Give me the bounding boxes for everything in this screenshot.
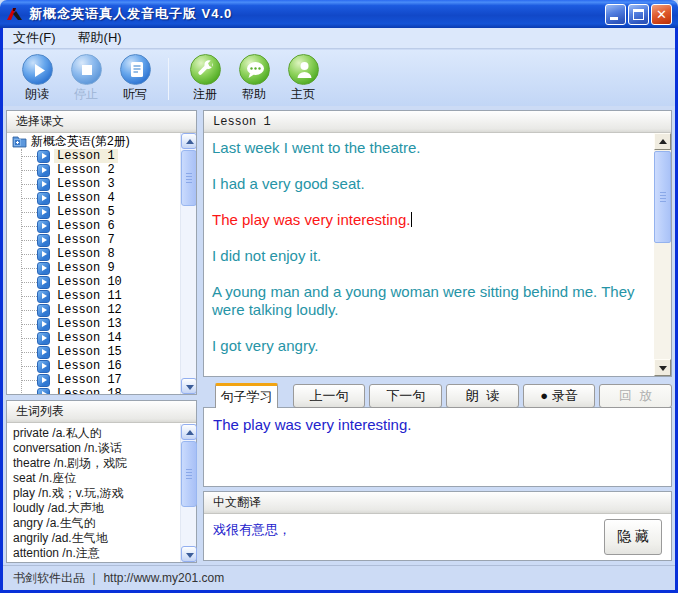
scroll-down-icon[interactable] (181, 546, 197, 562)
tree-lesson-item[interactable]: Lesson 8 (7, 247, 180, 261)
lesson-text-panel: Lesson 1 Last week I went to the theatre… (203, 110, 672, 377)
tree-lesson-item[interactable]: Lesson 18 (7, 387, 180, 394)
vocab-item[interactable]: angrily /ad.生气地 (13, 531, 176, 546)
vocab-item[interactable]: angry /a.生气的 (13, 516, 176, 531)
lesson-textbox[interactable]: Last week I went to the theatre. I had a… (204, 133, 671, 376)
toolbar-register-button[interactable]: 注册 (181, 54, 229, 103)
lesson-play-icon (37, 360, 50, 373)
menu-file[interactable]: 文件(F) (13, 29, 56, 47)
menu-help[interactable]: 帮助(H) (78, 29, 122, 47)
vocab-list: private /a.私人的 conversation /n.谈话 theatr… (7, 423, 196, 562)
tree-lesson-item[interactable]: Lesson 9 (7, 261, 180, 275)
scroll-up-icon[interactable] (181, 424, 197, 440)
lesson-paragraph: Last week I went to the theatre. (212, 139, 646, 157)
record-button[interactable]: ● 录音 (523, 384, 596, 408)
toolbar-separator (168, 58, 169, 100)
app-logo-icon (6, 6, 24, 22)
person-icon (288, 54, 319, 85)
lesson-play-icon (37, 276, 50, 289)
vocab-item[interactable]: play /n.戏；v.玩,游戏 (13, 486, 176, 501)
toolbar-stop-button[interactable]: 停止 (62, 54, 110, 103)
tree-lesson-item[interactable]: Lesson 1 (7, 149, 180, 163)
playback-button[interactable]: 回 放 (599, 384, 672, 408)
lesson-play-icon (37, 150, 50, 163)
vocab-item[interactable]: attention /n.注意 (13, 546, 176, 561)
tree-lesson-item[interactable]: Lesson 17 (7, 373, 180, 387)
tree-lesson-item[interactable]: Lesson 13 (7, 317, 180, 331)
status-bar: 书剑软件出品 ｜ http://www.my201.com (3, 565, 675, 590)
chat-bubble-icon (239, 54, 270, 85)
status-text: 书剑软件出品 ｜ http://www.my201.com (13, 570, 224, 587)
tree-lesson-item[interactable]: Lesson 5 (7, 205, 180, 219)
tree-lesson-item[interactable]: Lesson 11 (7, 289, 180, 303)
prev-sentence-button[interactable]: 上一句 (293, 384, 366, 408)
text-scrollbar-thumb[interactable] (654, 151, 671, 243)
text-scrollbar[interactable] (654, 133, 671, 376)
translation-header: 中文翻译 (204, 492, 671, 514)
scroll-up-icon[interactable] (654, 133, 671, 150)
lesson-play-icon (37, 164, 50, 177)
toolbar-read-button[interactable]: 朗读 (13, 54, 61, 103)
vocab-scrollbar-thumb[interactable] (181, 441, 197, 507)
current-sentence-panel: The play was very interesting. (203, 407, 672, 487)
close-button[interactable]: ✕ (651, 4, 672, 25)
lesson-play-icon (37, 234, 50, 247)
tree-lesson-item[interactable]: Lesson 2 (7, 163, 180, 177)
vocab-item[interactable]: theatre /n.剧场，戏院 (13, 456, 176, 471)
tab-sentence-study[interactable]: 句子学习 (215, 383, 278, 408)
hide-translation-button[interactable]: 隐 藏 (604, 519, 662, 555)
scroll-down-icon[interactable] (654, 359, 671, 376)
toolbar-home-button[interactable]: 主页 (279, 54, 327, 103)
maximize-icon (633, 9, 644, 20)
current-sentence-text: The play was very interesting. (204, 408, 671, 441)
lesson-tree-panel: 选择课文 新概念英语(第2册) Lesson 1 Lesson 2 Lesson… (6, 110, 197, 395)
stop-icon (71, 54, 102, 85)
tree-panel-header: 选择课文 (7, 111, 196, 133)
read-sentence-button[interactable]: 朗 读 (446, 384, 519, 408)
lesson-header: Lesson 1 (204, 111, 671, 133)
text-cursor (411, 212, 412, 227)
maximize-button[interactable] (628, 4, 649, 25)
scroll-down-icon[interactable] (181, 378, 196, 394)
vocab-item[interactable]: private /a.私人的 (13, 426, 176, 441)
lesson-play-icon (37, 290, 50, 303)
vocab-item[interactable]: seat /n.座位 (13, 471, 176, 486)
tree-lesson-item[interactable]: Lesson 6 (7, 219, 180, 233)
lesson-play-icon (37, 374, 50, 387)
vocab-scrollbar[interactable] (180, 424, 196, 562)
lesson-play-icon (37, 388, 50, 395)
tree-lesson-item[interactable]: Lesson 16 (7, 359, 180, 373)
tree-lesson-item[interactable]: Lesson 3 (7, 177, 180, 191)
dictation-doc-icon (120, 54, 151, 85)
scroll-up-icon[interactable] (181, 133, 196, 149)
lesson-paragraph-clipped: I could not hear the actors. (212, 373, 646, 376)
lesson-play-icon (37, 304, 50, 317)
lesson-tree: 新概念英语(第2册) Lesson 1 Lesson 2 Lesson 3 Le… (7, 133, 196, 394)
tree-lesson-item[interactable]: Lesson 4 (7, 191, 180, 205)
vocab-item[interactable]: conversation /n.谈话 (13, 441, 176, 456)
vocab-item[interactable]: loudly /ad.大声地 (13, 501, 176, 516)
tree-lesson-item[interactable]: Lesson 7 (7, 233, 180, 247)
vocab-panel: 生词列表 private /a.私人的 conversation /n.谈话 t… (6, 400, 197, 563)
tree-lesson-item[interactable]: Lesson 10 (7, 275, 180, 289)
lesson-play-icon (37, 220, 50, 233)
sentence-controls: 句子学习 上一句 下一句 朗 读 ● 录音 回 放 (203, 383, 672, 408)
tree-scrollbar-thumb[interactable] (181, 150, 196, 206)
lesson-play-icon (37, 332, 50, 345)
lesson-play-icon (37, 206, 50, 219)
toolbar-help-button[interactable]: 帮助 (230, 54, 278, 103)
tree-scrollbar[interactable] (180, 133, 196, 394)
toolbar-dictation-button[interactable]: 听写 (111, 54, 159, 103)
tree-lesson-item[interactable]: Lesson 14 (7, 331, 180, 345)
lesson-paragraph: The play was very interesting. (212, 211, 646, 229)
next-sentence-button[interactable]: 下一句 (369, 384, 442, 408)
tree-root-node[interactable]: 新概念英语(第2册) (7, 133, 180, 149)
minimize-button[interactable] (605, 4, 626, 25)
vocab-panel-header: 生词列表 (7, 401, 196, 423)
tree-lesson-item[interactable]: Lesson 12 (7, 303, 180, 317)
wrench-icon (190, 54, 221, 85)
tree-root-label: 新概念英语(第2册) (31, 133, 130, 150)
translation-text: 戏很有意思， (204, 514, 671, 546)
close-icon: ✕ (652, 6, 671, 24)
tree-lesson-item[interactable]: Lesson 15 (7, 345, 180, 359)
